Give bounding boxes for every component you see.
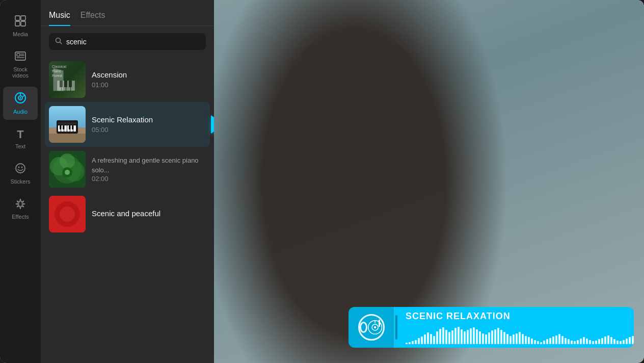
svg-point-50 [60, 206, 75, 222]
waveform-bar [513, 334, 515, 344]
waveform-bar [406, 343, 408, 344]
waveform-bar [427, 332, 429, 344]
track-info-peaceful: Scenic and peaceful [92, 209, 206, 220]
track-thumb-scenic-relaxation [49, 106, 86, 143]
waveform-bar [613, 339, 615, 344]
now-playing-title: SCENIC RELAXATION [406, 311, 634, 322]
svg-point-16 [21, 167, 23, 168]
search-input[interactable] [66, 38, 200, 46]
track-duration-refreshing: 02:00 [92, 175, 206, 183]
waveform-bar [448, 332, 450, 344]
sidebar-item-media-label: Media [13, 31, 28, 37]
waveform-bar [620, 341, 622, 344]
waveform-bar [412, 341, 414, 344]
svg-line-55 [379, 323, 381, 325]
track-info-refreshing: A refreshing and gentle scenic piano sol… [92, 156, 206, 182]
track-name-peaceful: Scenic and peaceful [92, 209, 206, 218]
svg-rect-30 [58, 122, 76, 124]
waveform-bar [494, 329, 496, 344]
now-playing-bar[interactable]: SCENIC RELAXATION [348, 307, 634, 348]
waveform-bar [506, 334, 508, 344]
media-icon [15, 15, 26, 29]
waveform-bar [421, 336, 423, 344]
waveform-bar [583, 337, 585, 344]
waveform-bar [537, 341, 539, 344]
track-thumb-refreshing [49, 151, 86, 188]
svg-point-45 [60, 153, 75, 169]
sidebar-item-audio[interactable]: Audio [3, 87, 38, 120]
svg-point-14 [16, 164, 25, 173]
track-thumb-ascension: ClassicalPianoForest [49, 61, 86, 98]
svg-point-11 [20, 97, 21, 99]
waveform-bar [458, 327, 460, 344]
waveform-bar [601, 338, 603, 344]
sidebar-item-stock-videos-label: Stockvideos [12, 66, 29, 79]
svg-point-47 [65, 170, 70, 175]
waveform-bar [525, 336, 527, 344]
svg-rect-5 [17, 54, 20, 56]
waveform-bar [461, 329, 463, 344]
waveform-bar [451, 330, 453, 344]
waveform-bar [626, 339, 628, 344]
track-desc-refreshing: A refreshing and gentle scenic piano sol… [92, 156, 206, 174]
waveform-bar [430, 334, 432, 344]
track-list: ClassicalPianoForest Ascension 01:00 [41, 57, 214, 363]
waveform-bar [476, 329, 478, 344]
sidebar-item-text[interactable]: T Text [3, 123, 38, 154]
svg-rect-23 [60, 81, 63, 87]
waveform-bar [418, 338, 420, 344]
waveform-bar [595, 341, 597, 344]
svg-rect-0 [15, 16, 20, 20]
waveform-bar [534, 340, 536, 344]
waveform-bar [565, 338, 567, 344]
waveform-bar [577, 340, 579, 344]
waveform-bar [439, 329, 441, 344]
waveform-bar [445, 330, 447, 344]
waveform-bar [607, 335, 609, 344]
waveform-bar [522, 334, 524, 344]
track-item-scenic-relaxation[interactable]: Scenic Relaxation 05:00 [45, 102, 210, 147]
waveform-bar [546, 339, 548, 344]
waveform-bar [568, 339, 570, 344]
now-playing-content: SCENIC RELAXATION [397, 307, 634, 348]
waveform-bar [488, 332, 490, 344]
track-item-ascension[interactable]: ClassicalPianoForest Ascension 01:00 [45, 57, 210, 102]
waveform-bar [473, 327, 475, 344]
waveform-bar [555, 335, 557, 344]
sidebar-item-stickers[interactable]: Stickers [3, 158, 38, 190]
svg-point-15 [18, 167, 20, 168]
waveform-bar [629, 337, 631, 344]
svg-point-53 [374, 326, 376, 328]
waveform-bar [516, 333, 518, 344]
sidebar-item-effects[interactable]: Effects [3, 193, 38, 225]
track-item-peaceful[interactable]: Scenic and peaceful [45, 192, 210, 237]
waveform-bar [503, 332, 505, 344]
waveform-bar [436, 331, 438, 344]
waveform-bar [415, 340, 417, 344]
waveform-bar [531, 339, 533, 344]
waveform-bar [598, 339, 600, 344]
waveform-bar [571, 341, 573, 344]
track-duration-scenic-relaxation: 05:00 [92, 126, 206, 134]
sidebar: Media Stockvideos Audio T [0, 0, 41, 363]
waveform-bar [580, 339, 582, 344]
waveform-bar [540, 342, 542, 344]
sidebar-item-audio-label: Audio [13, 109, 28, 115]
waveform-bar [467, 330, 469, 344]
tab-music[interactable]: Music [49, 11, 70, 26]
svg-rect-37 [60, 125, 62, 129]
sidebar-item-media[interactable]: Media [3, 10, 38, 42]
svg-rect-25 [69, 81, 72, 87]
waveform-bar [424, 334, 426, 344]
track-item-refreshing[interactable]: A refreshing and gentle scenic piano sol… [45, 147, 210, 192]
waveform-bar [442, 327, 444, 344]
now-playing-icon-area [348, 307, 394, 348]
waveform-bar [589, 340, 591, 344]
waveform-bar [491, 330, 493, 344]
sidebar-item-stock-videos[interactable]: Stockvideos [3, 45, 38, 84]
tab-effects[interactable]: Effects [81, 11, 105, 26]
panel-tabs: Music Effects [41, 0, 214, 26]
waveform-bar [519, 332, 521, 344]
waveform-bar [552, 336, 554, 344]
svg-rect-36 [73, 125, 76, 132]
